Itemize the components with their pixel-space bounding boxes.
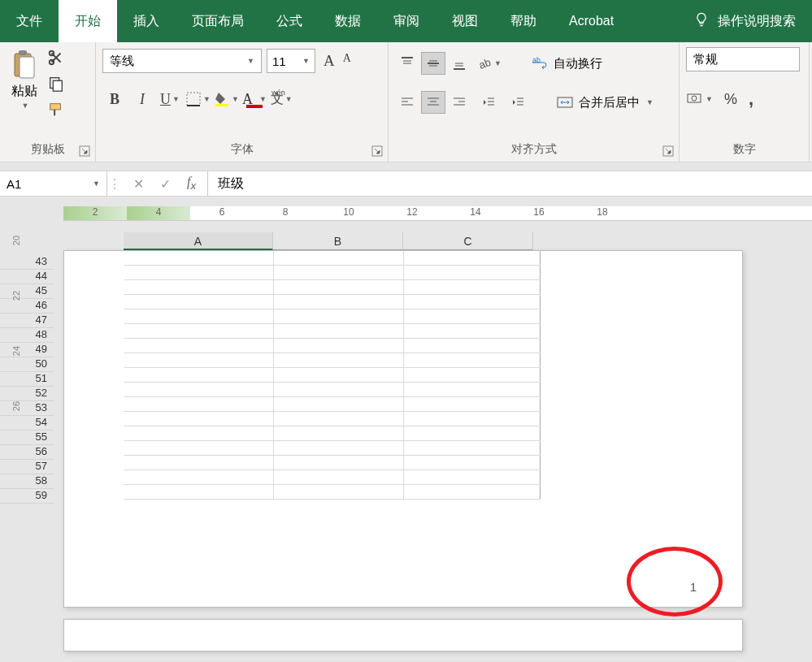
underline-button[interactable]: U▼ xyxy=(158,86,182,112)
column-header-a[interactable]: A xyxy=(124,232,273,250)
table-row[interactable] xyxy=(124,251,541,266)
tab-file[interactable]: 文件 xyxy=(0,0,59,42)
tab-review[interactable]: 审阅 xyxy=(377,0,436,42)
tab-insert[interactable]: 插入 xyxy=(117,0,176,42)
font-color-button[interactable]: A▼ xyxy=(242,86,267,112)
table-row[interactable] xyxy=(124,295,541,309)
align-center-button[interactable] xyxy=(421,91,445,114)
decrease-font-button[interactable]: A xyxy=(340,50,354,71)
svg-rect-6 xyxy=(53,80,62,91)
column-header-b[interactable]: B xyxy=(273,232,403,250)
formula-bar: A1 ▼ ⋮ ✕ ✓ fx 班级 xyxy=(0,171,812,197)
row-header[interactable]: 50 xyxy=(0,357,54,372)
border-button[interactable]: ▼ xyxy=(185,86,211,112)
row-header[interactable]: 52 xyxy=(0,387,54,401)
wrap-text-button[interactable]: ab 自动换行 xyxy=(526,53,607,74)
number-format-select[interactable]: 常规 xyxy=(686,47,800,71)
vertical-ruler: 20222426 xyxy=(11,236,21,411)
increase-font-button[interactable]: A xyxy=(320,50,338,71)
table-row[interactable] xyxy=(124,397,541,412)
table-row[interactable] xyxy=(124,456,541,470)
align-middle-button[interactable] xyxy=(421,52,445,75)
table-row[interactable] xyxy=(124,441,541,456)
fill-color-button[interactable]: ▼ xyxy=(214,86,239,112)
tab-view[interactable]: 视图 xyxy=(436,0,494,42)
row-header[interactable]: 43 xyxy=(0,255,54,270)
orientation-button[interactable]: ab▼ xyxy=(476,50,502,76)
svg-rect-12 xyxy=(246,105,263,108)
cancel-formula-button[interactable]: ✕ xyxy=(133,176,144,192)
table-row[interactable] xyxy=(124,266,541,280)
clipboard-dialog-launcher[interactable] xyxy=(79,145,90,157)
format-painter-button[interactable] xyxy=(47,101,65,122)
font-name-select[interactable]: 等线 ▼ xyxy=(102,49,262,73)
table-row[interactable] xyxy=(124,368,541,383)
cut-button[interactable] xyxy=(47,49,65,70)
percent-button[interactable]: % xyxy=(724,91,737,108)
font-size-select[interactable]: 11 ▼ xyxy=(267,49,315,73)
ruler-mark: 22 xyxy=(11,291,21,301)
paste-button[interactable]: 粘贴 ▼ xyxy=(7,47,42,122)
table-row[interactable] xyxy=(124,339,541,353)
align-right-button[interactable] xyxy=(447,91,471,114)
row-header[interactable]: 59 xyxy=(0,489,54,504)
row-header[interactable]: 48 xyxy=(0,328,54,343)
table-row[interactable] xyxy=(124,485,541,500)
row-header[interactable]: 44 xyxy=(0,270,54,284)
table-row[interactable] xyxy=(124,309,541,324)
cell-grid[interactable] xyxy=(124,251,541,500)
table-row[interactable] xyxy=(124,426,541,441)
row-header[interactable]: 54 xyxy=(0,416,54,431)
formula-input[interactable]: 班级 xyxy=(208,175,812,193)
italic-button[interactable]: I xyxy=(130,86,154,112)
font-group-label: 字体 xyxy=(102,139,381,162)
column-header-c[interactable]: C xyxy=(403,232,533,250)
phonetic-button[interactable]: wén文▼ xyxy=(270,86,294,112)
ruler-mark: 20 xyxy=(11,236,21,245)
row-header[interactable]: 55 xyxy=(0,431,54,445)
tab-home[interactable]: 开始 xyxy=(59,0,117,42)
ruler-mark: 26 xyxy=(11,401,21,411)
enter-formula-button[interactable]: ✓ xyxy=(160,176,171,192)
ruler-mark: 10 xyxy=(317,206,380,220)
bold-button[interactable]: B xyxy=(102,86,127,112)
decrease-indent-button[interactable] xyxy=(476,91,501,114)
accounting-format-button[interactable]: ▼ xyxy=(686,91,713,107)
font-dialog-launcher[interactable] xyxy=(371,145,383,157)
copy-button[interactable] xyxy=(47,75,65,96)
row-header[interactable]: 49 xyxy=(0,343,54,357)
tab-help[interactable]: 帮助 xyxy=(494,0,553,42)
merge-center-button[interactable]: 合并后居中 ▼ xyxy=(551,92,658,113)
name-box[interactable]: A1 ▼ xyxy=(0,171,107,196)
tab-page-layout[interactable]: 页面布局 xyxy=(176,0,260,42)
table-row[interactable] xyxy=(124,324,541,339)
row-header[interactable]: 51 xyxy=(0,372,54,387)
row-header[interactable]: 47 xyxy=(0,314,54,328)
comma-button[interactable]: , xyxy=(749,89,753,110)
number-format-value: 常规 xyxy=(693,52,718,67)
row-header[interactable]: 46 xyxy=(0,299,54,314)
alignment-dialog-launcher[interactable] xyxy=(662,145,674,157)
align-top-button[interactable] xyxy=(395,52,419,75)
row-header[interactable]: 58 xyxy=(0,474,54,489)
ruler-mark: 6 xyxy=(190,206,254,220)
row-header[interactable]: 45 xyxy=(0,284,54,299)
fx-button[interactable]: fx xyxy=(187,175,196,192)
tab-formulas[interactable]: 公式 xyxy=(260,0,319,42)
row-header[interactable]: 53 xyxy=(0,401,54,416)
table-row[interactable] xyxy=(124,470,541,485)
tell-me-search[interactable]: 操作说明搜索 xyxy=(677,11,812,31)
row-header[interactable]: 57 xyxy=(0,460,54,474)
row-header[interactable]: 56 xyxy=(0,445,54,460)
increase-indent-button[interactable] xyxy=(506,91,530,114)
table-row[interactable] xyxy=(124,353,541,368)
chevron-down-icon: ▼ xyxy=(93,180,100,188)
table-row[interactable] xyxy=(124,383,541,397)
align-left-button[interactable] xyxy=(395,91,419,114)
tab-acrobat[interactable]: Acrobat xyxy=(553,0,630,42)
align-bottom-button[interactable] xyxy=(447,52,471,75)
ruler-mark: 14 xyxy=(444,206,507,220)
table-row[interactable] xyxy=(124,280,541,295)
table-row[interactable] xyxy=(124,412,541,426)
tab-data[interactable]: 数据 xyxy=(319,0,377,42)
